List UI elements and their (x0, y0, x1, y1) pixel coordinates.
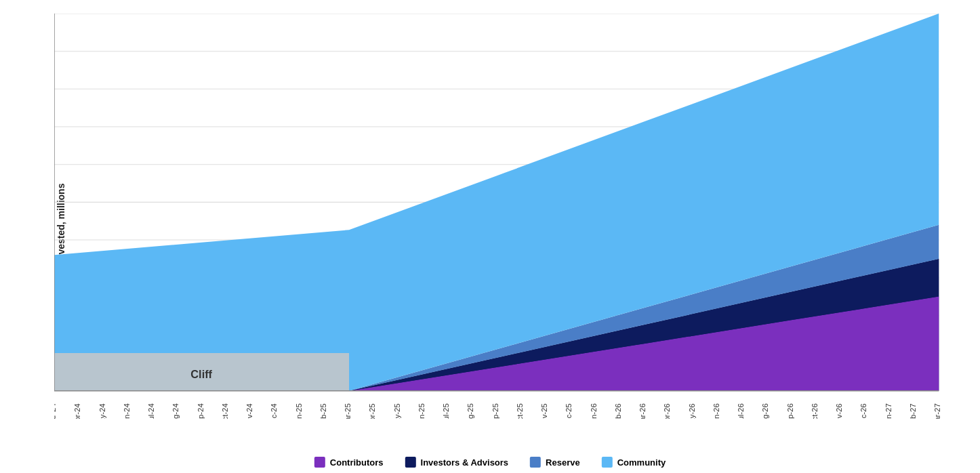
svg-text:Jul-26: Jul-26 (737, 403, 745, 419)
svg-text:Sep-24: Sep-24 (197, 403, 205, 419)
svg-text:Dec-24: Dec-24 (270, 403, 278, 419)
svg-text:Aug-24: Aug-24 (171, 403, 180, 419)
svg-text:Dec-26: Dec-26 (859, 403, 867, 419)
svg-text:May-24: May-24 (98, 403, 106, 419)
svg-text:Oct-26: Oct-26 (811, 403, 819, 419)
svg-text:Jul-25: Jul-25 (442, 403, 450, 419)
svg-text:Apr-24: Apr-24 (73, 403, 81, 419)
chart-legend: Contributors Investors & Advisors Reserv… (314, 457, 666, 468)
svg-text:Jul-24: Jul-24 (147, 403, 155, 419)
contributors-swatch (314, 457, 325, 468)
svg-text:May-26: May-26 (688, 403, 696, 419)
svg-text:Jan-26: Jan-26 (590, 403, 598, 419)
svg-text:Feb-27: Feb-27 (909, 403, 917, 419)
chart-area: 0 100 200 300 400 500 600 700 800 900 10… (54, 14, 966, 419)
svg-text:Mar-24: Mar-24 (54, 403, 57, 419)
legend-community: Community (602, 457, 666, 468)
svg-text:May-25: May-25 (393, 403, 401, 419)
svg-text:Oct-24: Oct-24 (221, 403, 229, 419)
svg-text:Nov-24: Nov-24 (245, 403, 253, 419)
svg-text:Jun-26: Jun-26 (712, 403, 720, 419)
svg-text:Nov-25: Nov-25 (540, 403, 548, 419)
svg-text:Mar-26: Mar-26 (638, 403, 647, 419)
investors-label: Investors & Advisors (421, 457, 509, 468)
svg-text:Feb-26: Feb-26 (614, 403, 622, 419)
svg-text:Sep-26: Sep-26 (786, 403, 794, 419)
chart-svg: 0 100 200 300 400 500 600 700 800 900 10… (54, 14, 966, 419)
svg-text:Sep-25: Sep-25 (491, 403, 499, 419)
svg-text:Jan-25: Jan-25 (295, 403, 303, 419)
community-label: Community (617, 457, 666, 468)
svg-text:Mar-27: Mar-27 (933, 403, 941, 419)
reserve-swatch (530, 457, 541, 468)
investors-swatch (405, 457, 416, 468)
cliff-label: Cliff (190, 368, 212, 380)
svg-text:Mar-25: Mar-25 (344, 403, 352, 419)
legend-reserve: Reserve (530, 457, 580, 468)
chart-container: Tokens vested, millions 0 (0, 0, 980, 473)
svg-text:Apr-26: Apr-26 (663, 403, 671, 419)
svg-text:Jan-27: Jan-27 (884, 403, 893, 419)
reserve-label: Reserve (546, 457, 580, 468)
svg-text:Dec-25: Dec-25 (565, 403, 573, 419)
legend-investors: Investors & Advisors (405, 457, 509, 468)
contributors-label: Contributors (330, 457, 384, 468)
community-swatch (602, 457, 613, 468)
svg-text:Aug-26: Aug-26 (761, 403, 769, 419)
svg-text:Nov-26: Nov-26 (835, 403, 843, 419)
svg-text:Jun-25: Jun-25 (417, 403, 426, 419)
svg-text:Jun-24: Jun-24 (123, 403, 131, 419)
svg-text:Feb-25: Feb-25 (319, 403, 327, 419)
legend-contributors: Contributors (314, 457, 384, 468)
svg-text:Oct-25: Oct-25 (516, 403, 524, 419)
svg-text:Aug-25: Aug-25 (466, 403, 474, 419)
svg-text:Apr-25: Apr-25 (368, 403, 376, 419)
